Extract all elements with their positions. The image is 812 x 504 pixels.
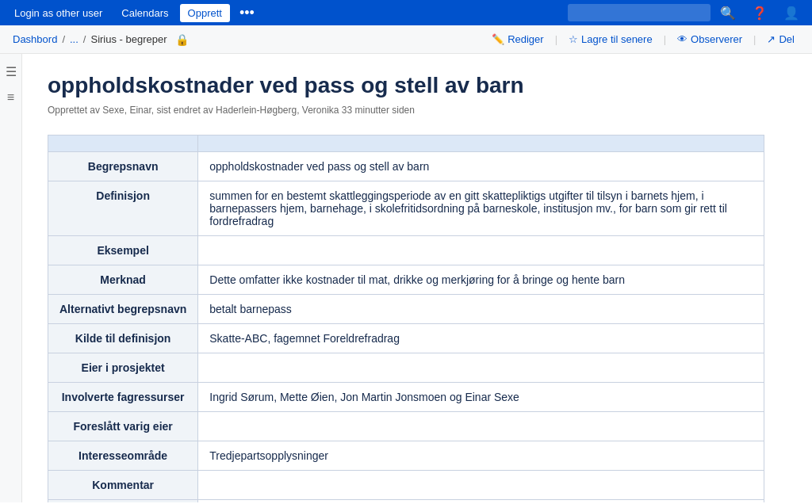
table-row: Alternativt begrepsnavnbetalt barnepass: [48, 295, 764, 324]
table-row: Begrepsnavnoppholdskostnader ved pass og…: [48, 152, 764, 181]
table-row: MerknadDette omfatter ikke kostnader til…: [48, 265, 764, 295]
breadcrumb-current: Sirius - begreper: [90, 33, 167, 45]
table-row: Eksempel: [48, 236, 764, 265]
help-icon[interactable]: ❓: [745, 2, 774, 24]
opprett-nav-item[interactable]: Opprett: [180, 4, 230, 22]
table-value-4: betalt barnepass: [198, 295, 764, 324]
table-label-0: Begrepsnavn: [48, 152, 198, 181]
table-value-2: [198, 236, 764, 265]
table-label-3: Merknad: [48, 265, 198, 295]
table-label-10: Kommentar: [48, 471, 198, 500]
table-value-7: Ingrid Sørum, Mette Øien, Jon Martin Jon…: [198, 383, 764, 412]
share-icon: ↗: [767, 33, 776, 45]
table-label-2: Eksempel: [48, 236, 198, 265]
page-wrapper: ☰ ≡ oppholdskostnader ved pass og stell …: [0, 54, 812, 502]
action-sep1: |: [555, 33, 557, 45]
table-value-8: [198, 412, 764, 441]
table-row: Involverte fagressurserIngrid Sørum, Met…: [48, 383, 764, 412]
observer-button[interactable]: 👁 Observerer: [672, 32, 747, 47]
del-button[interactable]: ↗ Del: [762, 32, 799, 47]
sidebar-toggle: ☰ ≡: [0, 54, 22, 502]
table-row: Eier i prosjektet: [48, 353, 764, 383]
main-content: oppholdskostnader ved pass og stell av b…: [22, 54, 812, 502]
del-label: Del: [779, 33, 795, 45]
table-row: InteresseområdeTredjepartsopplysninger: [48, 441, 764, 471]
table-row: Kilde til definisjonSkatte-ABC, fagemnet…: [48, 324, 764, 353]
rediger-button[interactable]: ✏️ Rediger: [487, 32, 549, 47]
table-label-6: Eier i prosjektet: [48, 353, 198, 383]
sidebar-nav-icon[interactable]: ≡: [5, 88, 17, 107]
search-icon[interactable]: 🔍: [714, 2, 742, 24]
lagre-label: Lagre til senere: [581, 33, 653, 45]
page-title: oppholdskostnader ved pass og stell av b…: [48, 73, 787, 98]
star-icon: ☆: [569, 33, 578, 45]
table-value-9: Tredjepartsopplysninger: [198, 441, 764, 471]
table-row: Definisjonsummen for en bestemt skattleg…: [48, 181, 764, 236]
top-navigation: Login as other user Calendars Opprett ••…: [0, 0, 812, 25]
page-meta: Opprettet av Sexe, Einar, sist endret av…: [48, 105, 787, 116]
edit-icon: ✏️: [492, 33, 504, 45]
table-label-9: Interesseområde: [48, 441, 198, 471]
breadcrumb-sep1: /: [62, 33, 65, 45]
action-sep2: |: [664, 33, 666, 45]
table-row: Kommentar: [48, 471, 764, 500]
lock-icon: 🔒: [175, 33, 189, 46]
breadcrumb-ellipsis[interactable]: ...: [70, 33, 79, 45]
table-row: Foreslått varig eier: [48, 412, 764, 441]
breadcrumb-bar: Dashbord / ... / Sirius - begreper 🔒 ✏️ …: [0, 25, 812, 54]
table-value-3: Dette omfatter ikke kostnader til mat, d…: [198, 265, 764, 295]
table-label-1: Definisjon: [48, 181, 198, 236]
info-table: Begrepsnavnoppholdskostnader ved pass og…: [48, 135, 764, 502]
table-label-4: Alternativt begrepsnavn: [48, 295, 198, 324]
table-value-0: oppholdskostnader ved pass og stell av b…: [198, 152, 764, 181]
lagre-button[interactable]: ☆ Lagre til senere: [564, 32, 657, 47]
login-as-other-user-button[interactable]: Login as other user: [6, 4, 110, 22]
table-value-5: Skatte-ABC, fagemnet Foreldrefradrag: [198, 324, 764, 353]
rediger-label: Rediger: [508, 33, 544, 45]
table-empty-row: [48, 500, 764, 503]
user-icon[interactable]: 👤: [777, 2, 806, 24]
table-value-6: [198, 353, 764, 383]
table-header-row: [48, 136, 764, 152]
action-sep3: |: [753, 33, 756, 45]
search-input[interactable]: [568, 4, 710, 21]
eye-icon: 👁: [677, 33, 688, 45]
table-label-5: Kilde til definisjon: [48, 324, 198, 353]
calendars-nav-item[interactable]: Calendars: [113, 4, 176, 22]
table-label-8: Foreslått varig eier: [48, 412, 198, 441]
table-value-1: summen for en bestemt skattleggingsperio…: [198, 181, 764, 236]
observer-label: Observerer: [691, 33, 742, 45]
breadcrumb-sep2: /: [83, 33, 86, 45]
table-value-10: [198, 471, 764, 500]
sidebar-toggle-button[interactable]: ☰: [3, 62, 19, 82]
breadcrumb-dashbord[interactable]: Dashbord: [13, 33, 57, 45]
table-label-7: Involverte fagressurser: [48, 383, 198, 412]
more-nav-dots[interactable]: •••: [233, 3, 261, 23]
